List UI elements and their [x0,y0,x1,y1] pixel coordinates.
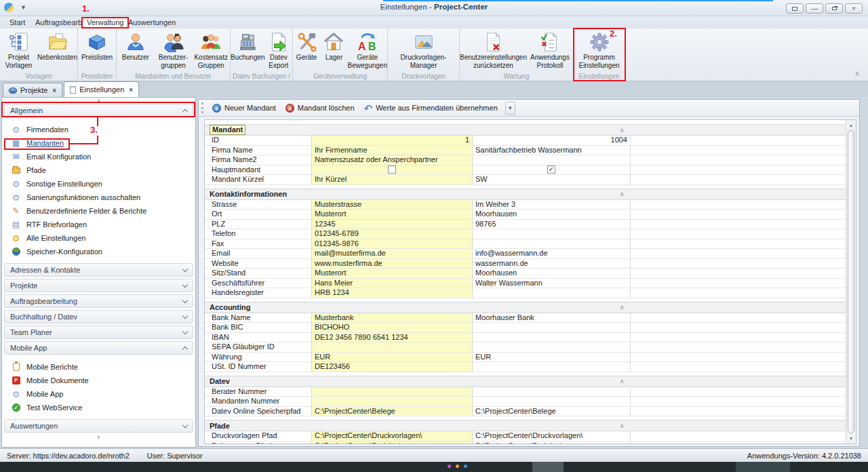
svg-text:B: B [368,41,376,52]
sidebar-item-mobile-berichte[interactable]: Mobile Berichte [2,360,195,374]
status-bar: Server: https://dev.acadoro.de/nroth2 Us… [0,448,868,462]
close-tab-icon[interactable]: × [129,86,133,94]
doc-tab-projekte[interactable]: Projekte × [3,83,62,97]
sidebar-section-projekte[interactable]: Projekte [4,279,193,292]
datev-export-button[interactable]: Datev Export [265,28,292,72]
grid-section-header[interactable]: Pfade∧ [205,420,846,431]
ribbon-group-label: Geräteverwaltung [293,72,387,81]
windows-taskbar[interactable] [0,462,868,472]
settings-page-icon [70,86,76,94]
sidebar-section-mobile-app[interactable]: Mobile App [4,341,193,355]
sidebar-item-email-konfiguration[interactable]: Email Konfiguration [2,150,195,163]
sidebar-item-alle-einstellungen[interactable]: Alle Einstellungen [2,231,195,245]
sidebar-item-test-webservice[interactable]: ✓Test WebService [2,401,195,414]
sidebar-section-auftragsbearbeitung[interactable]: Auftragsbearbeitung [4,294,193,308]
preislisten-button[interactable]: Preislisten [78,28,116,72]
close-tab-icon[interactable]: × [52,87,56,94]
close-button[interactable]: × [845,3,863,14]
projekt-vorlagen-button[interactable]: Projekt Vorlagen [0,28,37,72]
sidebar-item-mandanten[interactable]: Mandanten [2,136,195,150]
grid-row: Firma NameIhr FirmennameSanitärfachbetri… [205,146,846,156]
svg-text:A: A [358,41,366,52]
sidebar-section-buchhaltung-datev[interactable]: Buchhaltung / Datev [4,310,193,323]
lager-button[interactable]: Lager [320,28,347,72]
sidebar-item-pfade[interactable]: Pfade [2,163,195,177]
geraete-button[interactable]: Geräte [293,28,320,72]
grid-row: ID11004 [205,136,846,146]
ribbon-group-label: Mandanten und Benutzer [117,72,230,81]
buchungen-button[interactable]: Buchungen [231,28,265,72]
sidebar-item-firmendaten[interactable]: Firmendaten [2,123,195,136]
scrollbar-thumb[interactable] [848,130,854,433]
ribbon-collapse-icon[interactable]: ∧ [854,69,860,78]
taskbar-app-icon[interactable] [448,465,451,468]
collapse-chevron-icon[interactable]: ∧ [620,378,625,385]
benutzereinstellungen-zuruecksetzen-button[interactable]: Benutzereinstellungen zurücksetzen [460,28,527,72]
collapse-chevron-icon[interactable]: ∧ [620,191,625,197]
toolbar-overflow-button[interactable]: ▼ [505,102,515,115]
sidebar-item-sonstige-einstellungen[interactable]: Sonstige Einstellungen [2,177,195,191]
benutzer-button[interactable]: Benutzer [117,28,155,72]
restore-button[interactable] [825,3,843,14]
scroll-up-icon[interactable]: ▲ [846,123,856,127]
grid-row: Firma Name2Namenszusatz oder Ansperchpar… [205,155,846,165]
doc-tab-einstellungen[interactable]: Einstellungen × [64,81,139,97]
envelope-icon [11,152,21,162]
sidebar-scroll-down-icon[interactable]: ▾ [2,435,195,440]
toolbar-grip[interactable] [201,102,203,113]
grid-section-header[interactable]: Kontaktinformationen∧ [205,189,846,200]
chevron-up-icon [182,346,188,351]
sidebar-item-mobile-dokumente[interactable]: PMobile Dokumente [2,374,195,387]
sidebar-section-auswertungen[interactable]: Auswertungen [4,419,193,433]
fullscreen-button[interactable] [786,3,804,14]
collapse-chevron-icon[interactable]: ∧ [620,422,625,429]
anwendungs-protokoll-button[interactable]: Anwendungs Protokoll [527,28,573,72]
taskbar-tray[interactable] [736,462,790,472]
sidebar-item-sanierungsfunktionen[interactable]: Sanierungsfunktionen ausschalten [2,191,195,204]
mandant-loeschen-button[interactable]: ×Mandant löschen [282,102,358,114]
neuer-mandant-button[interactable]: +Neuer Mandant [209,102,279,114]
grid-row: PLZ1234598765 [205,220,846,230]
sidebar-section-allgemein[interactable]: Allgemein [4,104,193,117]
grid-row: WährungEUREUR [205,353,846,363]
druckvorlagen-manager-button[interactable]: Druckvorlagen-Manager [388,28,459,72]
image-icon [414,31,434,54]
collapse-chevron-icon[interactable]: ∧ [620,304,625,311]
document-tab-bar: Projekte × Einstellungen × [0,81,868,97]
sidebar-item-benutzerdefinierte-felder[interactable]: Benutzerdefinierte Felder & Berichte [2,204,195,218]
grid-section-header[interactable]: Mandant∧ [205,124,846,136]
werte-uebernehmen-button[interactable]: ↶Werte aus Firmendaten übernehmen [361,102,501,114]
folder-icon [47,31,68,54]
grid-section-pfade: Pfade∧ Druckvorlagen PfadC:\ProjectCente… [205,420,846,444]
grid-section-header[interactable]: Datev∧ [205,376,846,387]
sidebar-item-rtf-briefvorlagen[interactable]: RTF Briefvorlagen [2,218,195,231]
sidebar-section-team-planer[interactable]: Team Planer [4,326,193,339]
grid-row: USt. ID NummerDE123456 [205,362,846,372]
sidebar-section-adressen-kontakte[interactable]: Adressen & Kontakte [4,263,193,277]
nebenkosten-button[interactable]: Nebenkosten [37,28,77,72]
checkbox-unchecked[interactable] [388,165,396,174]
taskbar-button[interactable] [532,462,564,472]
scroll-down-icon[interactable]: ▼ [846,436,856,441]
sidebar-scroll-up-icon[interactable]: ▴ [2,98,195,103]
sidebar-item-speicher-konfiguration[interactable]: Speicher-Konfiguration [2,245,195,258]
geraete-bewegungen-button[interactable]: AB Geräte Bewegungen [348,28,387,72]
vertical-scrollbar[interactable]: ▲ ▼ [846,120,856,444]
kostensatz-gruppen-button[interactable]: Kostensatz Gruppen [192,28,230,72]
collapse-chevron-icon[interactable]: ∧ [620,127,625,134]
chevron-down-icon [182,281,188,287]
checkbox-checked[interactable]: ✓ [547,165,555,174]
grid-row: StrasseMusterstrasseIm Weiher 3 [205,200,846,210]
taskbar-app-icon[interactable] [464,465,467,468]
ribbon-tab-auswertungen[interactable]: Auswertungen [124,17,180,28]
ribbon-group-datev-buchungen: Buchungen Datev Export Datev Buchungen /… [231,28,293,81]
ribbon-tab-start[interactable]: Start [5,17,29,28]
taskbar-app-icon[interactable] [456,465,459,468]
title-bar: ▼ Einstellungen - Project-Center — × [0,0,868,16]
sidebar-item-mobile-app[interactable]: Mobile App [2,387,195,401]
minimize-button[interactable]: — [806,3,823,14]
grid-section-header[interactable]: Accounting∧ [205,302,846,313]
benutzergruppen-button[interactable]: Benutzer- gruppen [155,28,193,72]
ribbon-tab-verwaltung[interactable]: Verwaltung [81,17,129,28]
window-title: Einstellungen - Project-Center [0,3,868,11]
